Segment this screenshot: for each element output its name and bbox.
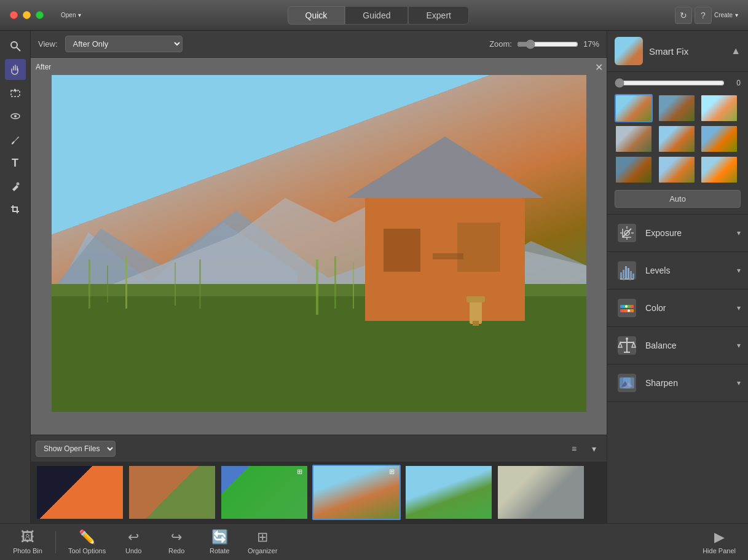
- smart-fix-collapse[interactable]: ▲: [731, 45, 741, 57]
- photo-bin-label: Photo Bin: [13, 547, 42, 554]
- hide-panel-button[interactable]: ▶ Hide Panel: [703, 529, 736, 554]
- levels-section[interactable]: Levels ▾: [607, 252, 748, 290]
- rotate-button[interactable]: 🔄 Rotate: [204, 529, 235, 554]
- show-open-select[interactable]: Show Open Files: [36, 441, 116, 457]
- zoom-tool[interactable]: [5, 36, 26, 57]
- zoom-slider[interactable]: [517, 39, 578, 49]
- redo-button[interactable]: ↪ Redo: [161, 529, 192, 554]
- exposure-section[interactable]: Exposure ▾: [607, 215, 748, 252]
- filmstrip-thumb-1[interactable]: [36, 465, 124, 520]
- eye-tool[interactable]: [5, 106, 26, 127]
- undo-button[interactable]: ↩ Undo: [118, 529, 149, 554]
- selection-tool[interactable]: [5, 82, 26, 103]
- filmstrip-icons: ≡ ▾: [566, 441, 602, 457]
- svg-point-4: [14, 115, 17, 117]
- photo-bin-icon: 🖼: [21, 529, 34, 545]
- preview-thumb-3[interactable]: [700, 94, 738, 122]
- svg-rect-39: [632, 274, 634, 278]
- levels-arrow: ▾: [737, 266, 741, 275]
- titlebar-right: ↻ ? Create ▾: [675, 7, 738, 24]
- svg-rect-22: [433, 253, 463, 259]
- preview-thumb-2[interactable]: [658, 94, 696, 122]
- tab-quick[interactable]: Quick: [288, 6, 345, 25]
- titlebar-left: Open ▾: [10, 11, 81, 19]
- preview-thumb-4[interactable]: [615, 125, 653, 153]
- paint-tool[interactable]: [5, 176, 26, 197]
- zoom-value: 17%: [583, 39, 599, 49]
- exposure-title: Exposure: [645, 228, 731, 238]
- hand-tool[interactable]: [5, 59, 26, 80]
- filmstrip: ⊞ ⊞: [31, 462, 607, 523]
- organizer-icon: ⊞: [257, 529, 268, 545]
- svg-rect-38: [630, 271, 632, 278]
- left-toolbar: T: [0, 31, 31, 523]
- sf-slider-row: 0: [615, 78, 741, 88]
- exposure-icon: [615, 221, 639, 245]
- preview-thumb-7[interactable]: [615, 156, 653, 184]
- sync-icon[interactable]: ↻: [675, 7, 692, 24]
- center-panel: View: After Only Before Only Before & Af…: [31, 31, 607, 523]
- preview-thumb-8[interactable]: [658, 156, 696, 184]
- rotate-icon: 🔄: [211, 529, 228, 545]
- preview-thumb-6[interactable]: [700, 125, 738, 153]
- smart-fix-slider[interactable]: [615, 78, 725, 88]
- balance-title: Balance: [645, 341, 731, 350]
- filmstrip-expand-icon[interactable]: ▾: [586, 441, 602, 457]
- levels-title: Levels: [645, 266, 731, 275]
- levels-icon: [615, 258, 639, 283]
- organizer-button[interactable]: ⊞ Organizer: [247, 529, 278, 554]
- create-button[interactable]: Create ▾: [714, 12, 738, 18]
- svg-point-42: [629, 278, 631, 280]
- canvas-label: After: [36, 63, 51, 71]
- view-bar: View: After Only Before Only Before & Af…: [31, 31, 607, 58]
- tab-guided[interactable]: Guided: [345, 6, 408, 25]
- view-select[interactable]: After Only Before Only Before & After (H…: [65, 36, 183, 52]
- svg-point-46: [625, 306, 628, 308]
- filmstrip-thumb-3[interactable]: ⊞: [220, 465, 309, 520]
- text-tool[interactable]: T: [5, 152, 26, 173]
- filmstrip-list-icon[interactable]: ≡: [566, 441, 582, 457]
- tool-options-button[interactable]: ✏️ Tool Options: [68, 529, 106, 554]
- zoom-label: Zoom:: [489, 39, 512, 49]
- svg-point-41: [623, 278, 625, 280]
- svg-point-47: [628, 310, 630, 312]
- brush-tool[interactable]: [5, 129, 26, 150]
- filmstrip-thumb-2[interactable]: [128, 465, 216, 520]
- color-section[interactable]: Color ▾: [607, 290, 748, 327]
- filmstrip-thumb-4[interactable]: ⊞: [312, 465, 401, 520]
- sharpen-icon: [615, 371, 639, 395]
- canvas-area: After ✕: [31, 58, 607, 435]
- hide-panel-label: Hide Panel: [703, 547, 736, 554]
- svg-point-0: [11, 42, 17, 48]
- tab-expert[interactable]: Expert: [408, 6, 468, 25]
- balance-icon: [615, 333, 639, 358]
- preview-thumb-1[interactable]: [615, 94, 653, 122]
- sharpen-title: Sharpen: [645, 378, 731, 388]
- main-layout: T View: After Only Before Only Before & …: [0, 31, 748, 523]
- preview-thumb-5[interactable]: [658, 125, 696, 153]
- maximize-window-button[interactable]: [36, 11, 44, 19]
- minimize-window-button[interactable]: [23, 11, 31, 19]
- photo-bin-button[interactable]: 🖼 Photo Bin: [12, 529, 43, 554]
- svg-point-5: [16, 183, 19, 186]
- smart-fix-header: Smart Fix ▲: [607, 31, 748, 72]
- sharpen-section[interactable]: Sharpen ▾: [607, 365, 748, 402]
- tool-options-label: Tool Options: [68, 547, 106, 554]
- close-window-button[interactable]: [10, 11, 18, 19]
- sharpen-arrow: ▾: [737, 379, 741, 387]
- tool-options-icon: ✏️: [79, 529, 95, 545]
- smart-fix-body: 0 Auto: [607, 72, 748, 215]
- filmstrip-thumb-6[interactable]: [497, 465, 585, 520]
- filmstrip-bar: Show Open Files ≡ ▾: [31, 435, 607, 462]
- crop-tool[interactable]: [5, 199, 26, 220]
- balance-section[interactable]: Balance ▾: [607, 327, 748, 365]
- auto-button[interactable]: Auto: [615, 190, 741, 208]
- help-icon[interactable]: ?: [695, 7, 712, 24]
- filmstrip-thumb-5[interactable]: [404, 465, 493, 520]
- mode-tabs: Quick Guided Expert: [288, 6, 469, 25]
- close-canvas-button[interactable]: ✕: [595, 61, 603, 73]
- svg-rect-35: [623, 270, 624, 278]
- preview-thumb-9[interactable]: [700, 156, 738, 184]
- open-button[interactable]: Open ▾: [61, 12, 81, 18]
- smart-fix-icon: [615, 37, 643, 65]
